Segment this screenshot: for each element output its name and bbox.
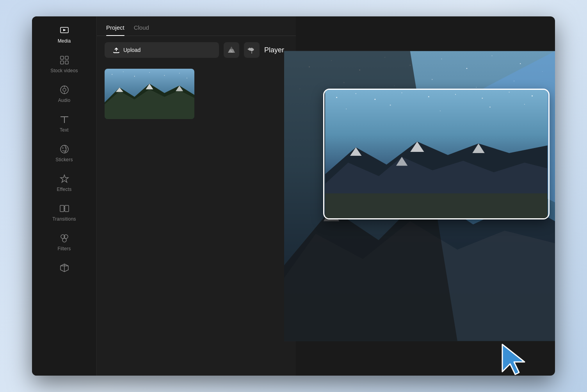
svg-point-32 <box>179 73 180 74</box>
svg-point-66 <box>524 104 525 105</box>
svg-point-41 <box>466 68 467 69</box>
svg-point-63 <box>390 105 391 106</box>
sidebar-item-3d[interactable] <box>32 257 96 279</box>
content-area: Project Cloud Upload <box>97 16 555 376</box>
svg-point-62 <box>346 109 347 109</box>
sidebar-item-audio[interactable]: Audio <box>32 79 96 109</box>
player-preview <box>323 89 550 219</box>
media-grid <box>97 64 296 124</box>
media-thumb-1[interactable] <box>105 69 194 119</box>
google-drive-button[interactable] <box>224 42 239 58</box>
svg-point-59 <box>482 98 483 99</box>
sidebar-item-stickers[interactable]: Stickers <box>32 138 96 168</box>
svg-point-58 <box>455 94 456 95</box>
sidebar-stickers-label: Stickers <box>55 157 73 162</box>
svg-rect-3 <box>65 56 68 59</box>
tab-cloud[interactable]: Cloud <box>134 24 149 36</box>
sidebar-stockvideos-label: Stock videos <box>50 68 78 73</box>
sidebar-item-transitions[interactable]: Transitions <box>32 198 96 227</box>
svg-marker-67 <box>502 344 525 374</box>
upload-label: Upload <box>123 47 141 53</box>
sidebar-item-stock-videos[interactable]: Stock videos <box>32 49 96 79</box>
toolbar: Upload Pl <box>97 36 296 64</box>
svg-point-60 <box>509 92 510 93</box>
svg-marker-1 <box>63 29 66 31</box>
sidebar: Media Stock videos Audio <box>32 16 97 376</box>
transitions-icon <box>59 203 70 214</box>
svg-rect-2 <box>60 56 64 59</box>
text-icon <box>59 114 70 125</box>
svg-point-33 <box>187 78 187 78</box>
effects-icon <box>59 173 70 184</box>
sidebar-audio-label: Audio <box>58 98 71 103</box>
svg-point-12 <box>60 145 68 153</box>
dropbox-icon <box>247 46 256 54</box>
google-drive-icon <box>227 46 236 54</box>
svg-rect-17 <box>65 205 69 212</box>
svg-point-42 <box>492 55 493 56</box>
upload-icon <box>112 46 120 54</box>
svg-point-61 <box>532 95 533 96</box>
svg-point-49 <box>476 87 477 88</box>
upload-button[interactable]: Upload <box>105 42 219 58</box>
svg-point-28 <box>123 71 124 72</box>
svg-marker-15 <box>60 175 68 182</box>
svg-point-29 <box>134 76 135 77</box>
sidebar-text-label: Text <box>60 127 69 133</box>
thumb-image-1 <box>105 69 194 119</box>
app-window: Media Stock videos Audio <box>32 16 555 376</box>
sidebar-item-effects[interactable]: Effects <box>32 168 96 198</box>
sidebar-item-text[interactable]: Text <box>32 109 96 138</box>
sidebar-filters-label: Filters <box>57 246 71 251</box>
svg-point-54 <box>356 93 356 94</box>
sidebar-transitions-label: Transitions <box>52 216 76 222</box>
svg-point-13 <box>62 148 63 149</box>
svg-point-23 <box>62 238 66 242</box>
svg-point-65 <box>489 107 491 108</box>
svg-rect-16 <box>60 205 64 212</box>
stickers-icon <box>59 144 70 155</box>
player-area <box>284 16 555 376</box>
grid-icon <box>59 55 70 66</box>
svg-point-43 <box>520 63 521 64</box>
3d-icon <box>59 262 70 273</box>
svg-point-7 <box>63 88 66 91</box>
audio-icon <box>59 84 70 95</box>
preview-content <box>324 90 548 218</box>
svg-point-55 <box>374 99 375 100</box>
media-panel: Project Cloud Upload <box>97 16 296 376</box>
sidebar-media-label: Media <box>58 38 71 44</box>
filters-icon <box>59 233 70 244</box>
svg-point-31 <box>164 75 165 76</box>
dropbox-button[interactable] <box>244 42 260 58</box>
cursor-icon <box>500 342 532 376</box>
sidebar-effects-label: Effects <box>57 187 72 192</box>
tab-project[interactable]: Project <box>106 24 125 36</box>
media-icon <box>59 25 70 36</box>
svg-rect-4 <box>60 61 64 64</box>
svg-point-64 <box>440 110 441 111</box>
svg-point-14 <box>65 148 66 149</box>
svg-point-56 <box>402 93 402 93</box>
svg-point-27 <box>112 74 112 75</box>
sidebar-item-media[interactable]: Media <box>32 20 96 49</box>
svg-point-48 <box>432 79 432 80</box>
sidebar-item-filters[interactable]: Filters <box>32 227 96 257</box>
tabs-bar: Project Cloud <box>97 16 296 36</box>
svg-point-53 <box>336 97 337 98</box>
svg-point-40 <box>441 59 442 59</box>
svg-rect-5 <box>65 61 68 64</box>
svg-point-57 <box>428 96 429 97</box>
svg-point-30 <box>149 72 150 73</box>
